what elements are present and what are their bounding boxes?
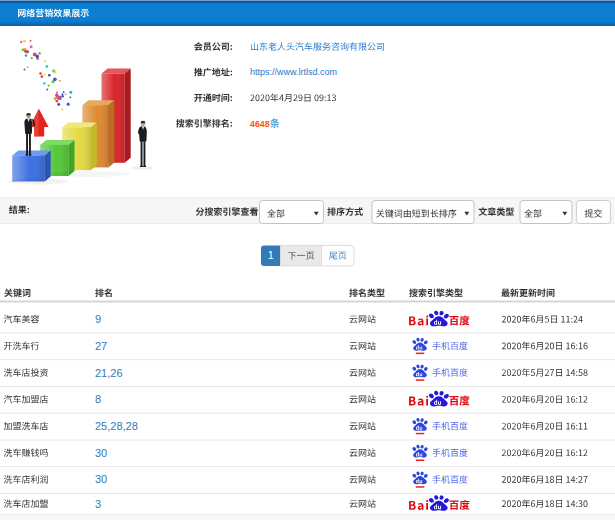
svg-text:8: 8 (95, 393, 101, 405)
svg-text:25,28,28: 25,28,28 (95, 420, 138, 432)
svg-text:3: 3 (95, 498, 101, 510)
svg-text:4648: 4648 (250, 119, 270, 129)
svg-text:30: 30 (95, 473, 107, 485)
svg-text:30: 30 (95, 447, 107, 459)
svg-text:27: 27 (95, 340, 107, 352)
svg-text:1: 1 (268, 249, 274, 261)
svg-text:https://www.lrtlsd.com: https://www.lrtlsd.com (250, 67, 337, 77)
svg-text:9: 9 (95, 313, 101, 325)
svg-text:21,26: 21,26 (95, 367, 123, 379)
